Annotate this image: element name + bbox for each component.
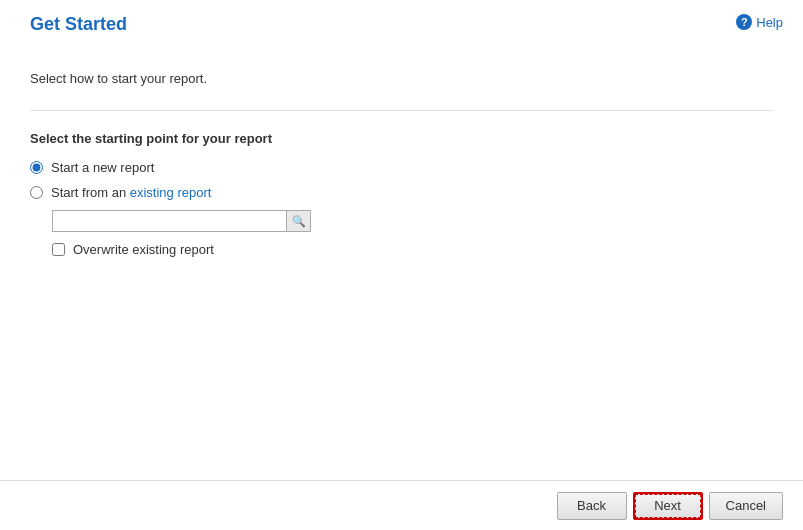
radio-existing-report[interactable]: Start from an existing report [30,185,773,200]
footer: Back Next Cancel [0,480,803,530]
help-icon: ? [736,14,752,30]
radio-existing-report-input[interactable] [30,186,43,199]
next-button[interactable]: Next [633,492,703,520]
radio-new-report[interactable]: Start a new report [30,160,773,175]
checkbox-overwrite-input[interactable] [52,243,65,256]
subtitle: Select how to start your report. [30,71,773,86]
cancel-button[interactable]: Cancel [709,492,783,520]
existing-report-link[interactable]: existing report [130,185,212,200]
existing-report-input-row: 🔍 [52,210,773,232]
checkbox-overwrite[interactable]: Overwrite existing report [52,242,773,257]
page-container: Get Started ? Help Select how to start y… [0,0,803,530]
content-area: Select how to start your report. Select … [0,51,803,480]
back-button[interactable]: Back [557,492,627,520]
radio-new-report-label: Start a new report [51,160,154,175]
divider [30,110,773,111]
radio-new-report-input[interactable] [30,161,43,174]
help-link[interactable]: ? Help [736,14,783,30]
help-label: Help [756,15,783,30]
section-heading: Select the starting point for your repor… [30,131,773,146]
radio-existing-report-label: Start from an existing report [51,185,211,200]
page-title: Get Started [30,14,773,35]
checkbox-overwrite-label: Overwrite existing report [73,242,214,257]
header: Get Started ? Help [0,0,803,51]
browse-icon: 🔍 [292,215,306,228]
browse-button[interactable]: 🔍 [287,210,311,232]
existing-report-input[interactable] [52,210,287,232]
label-prefix: Start from an [51,185,130,200]
